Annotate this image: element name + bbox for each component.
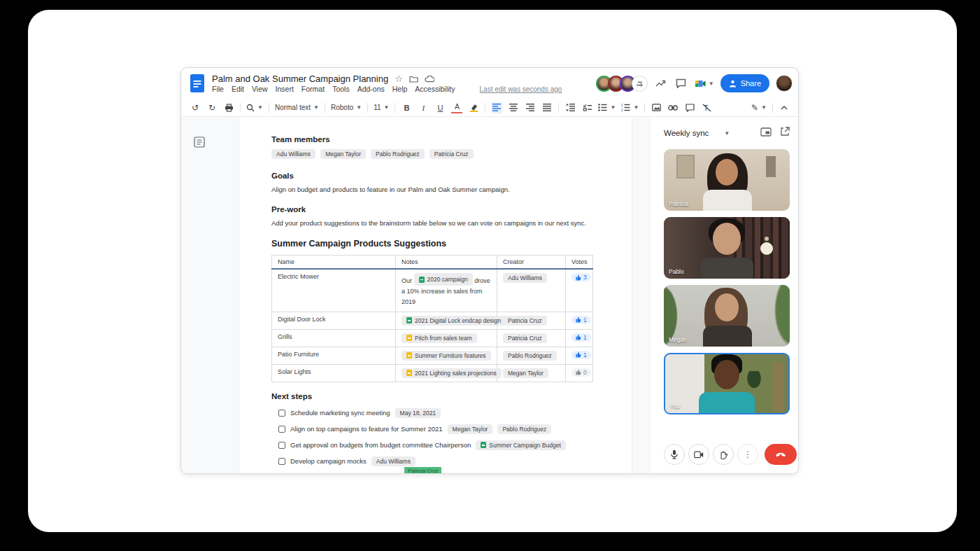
align-center-button[interactable] bbox=[508, 102, 519, 113]
participant-tile-pablo[interactable]: Pablo bbox=[664, 217, 790, 279]
vote-pill[interactable]: 0 bbox=[571, 368, 591, 377]
highlight-color-button[interactable] bbox=[468, 102, 479, 113]
meeting-title[interactable]: Weekly sync bbox=[664, 129, 709, 137]
clear-formatting-button[interactable]: T bbox=[701, 102, 712, 113]
menu-insert[interactable]: Insert bbox=[276, 85, 294, 93]
person-chip[interactable]: Patricia Cruz bbox=[503, 333, 547, 343]
sheets-file-chip[interactable]: 2020 campaign bbox=[414, 273, 473, 286]
collaborators-overflow-icon[interactable] bbox=[632, 76, 648, 92]
paragraph-style-dropdown[interactable]: Normal text▼ bbox=[275, 104, 319, 111]
person-chip[interactable]: Pablo Rodriguez bbox=[503, 351, 557, 361]
menu-file[interactable]: File bbox=[212, 85, 224, 93]
picture-in-picture-icon[interactable] bbox=[760, 127, 772, 139]
meet-dropdown-caret-icon[interactable]: ▼ bbox=[709, 81, 714, 87]
vote-pill[interactable]: 3 bbox=[571, 273, 591, 281]
hide-menus-button[interactable] bbox=[779, 102, 790, 113]
document-title[interactable]: Palm and Oak Summer Campaign Planning bbox=[212, 74, 388, 84]
align-right-button[interactable] bbox=[525, 102, 536, 113]
slides-file-chip[interactable]: Summer Furniture features bbox=[402, 351, 491, 361]
menu-format[interactable]: Format bbox=[301, 85, 325, 93]
vote-pill[interactable]: 1 bbox=[571, 333, 591, 342]
open-in-new-icon[interactable] bbox=[780, 127, 790, 139]
date-chip[interactable]: May 18, 2021 bbox=[395, 408, 441, 418]
move-folder-icon[interactable] bbox=[409, 75, 418, 83]
checkbox[interactable] bbox=[278, 410, 285, 417]
checkbox[interactable] bbox=[278, 442, 285, 449]
menu-accessibility[interactable]: Accessibility bbox=[415, 85, 455, 93]
participant-tile-patricia[interactable]: Patricia bbox=[664, 149, 790, 211]
collaborator-avatars[interactable] bbox=[596, 76, 648, 92]
menu-help[interactable]: Help bbox=[392, 85, 408, 93]
underline-button[interactable]: U bbox=[434, 102, 446, 113]
step-text: Develop campaign mocks bbox=[290, 457, 367, 465]
align-left-button[interactable] bbox=[491, 102, 502, 113]
sheets-file-chip[interactable]: 2021 Digital Lock endcap design bbox=[402, 316, 506, 326]
checklist-button[interactable] bbox=[581, 102, 592, 113]
checkbox[interactable] bbox=[278, 458, 285, 465]
meet-call-button[interactable]: ▼ bbox=[695, 78, 714, 89]
person-chip[interactable]: Patricia Cruz bbox=[429, 149, 474, 159]
bold-button[interactable]: B bbox=[401, 102, 412, 113]
vote-pill[interactable]: 1 bbox=[571, 351, 591, 359]
checklist-item: Create schedule for campaign rollout Pat… bbox=[278, 473, 592, 473]
activity-dashboard-icon[interactable] bbox=[654, 76, 668, 90]
more-options-button[interactable]: ⋮ bbox=[737, 444, 758, 465]
document-page[interactable]: Team members Adu Williams Megan Taylor P… bbox=[239, 117, 632, 473]
redo-icon[interactable]: ↻ bbox=[206, 102, 218, 113]
star-icon[interactable]: ☆ bbox=[395, 74, 403, 83]
add-comment-button[interactable] bbox=[684, 102, 695, 113]
meeting-dropdown-caret-icon[interactable]: ▼ bbox=[724, 130, 730, 137]
person-chip[interactable]: Adu Williams bbox=[371, 456, 416, 466]
editing-mode-dropdown[interactable]: ✎▼ bbox=[751, 104, 767, 112]
microphone-button[interactable] bbox=[664, 444, 685, 465]
insert-link-button[interactable] bbox=[667, 102, 679, 113]
person-chip[interactable]: Adu Williams bbox=[503, 273, 547, 283]
participant-tile-you[interactable]: You bbox=[664, 353, 790, 414]
undo-icon[interactable]: ↺ bbox=[190, 102, 201, 113]
cloud-status-icon[interactable] bbox=[425, 76, 434, 83]
person-chip[interactable]: Megan Taylor bbox=[448, 424, 493, 434]
account-avatar[interactable] bbox=[776, 75, 793, 92]
print-icon[interactable] bbox=[223, 102, 234, 113]
menu-edit[interactable]: Edit bbox=[232, 85, 244, 93]
person-chip[interactable]: Megan Taylor bbox=[320, 149, 366, 159]
text-color-button[interactable]: A bbox=[451, 102, 462, 113]
slides-file-chip[interactable]: 2021 Lighting sales projections bbox=[402, 368, 502, 378]
slides-icon bbox=[406, 335, 412, 341]
person-chip[interactable]: Adu Williams bbox=[271, 149, 315, 159]
camera-button[interactable] bbox=[688, 444, 709, 465]
checkbox[interactable] bbox=[278, 426, 285, 433]
insert-image-button[interactable] bbox=[651, 102, 662, 113]
sheets-file-chip[interactable]: Summer Campaign Budget bbox=[476, 440, 566, 450]
menu-addons[interactable]: Add-ons bbox=[357, 85, 385, 93]
person-chip[interactable]: Megan Taylor bbox=[503, 368, 548, 378]
docs-logo-icon[interactable] bbox=[190, 74, 205, 93]
font-family-dropdown[interactable]: Roboto▼ bbox=[331, 104, 362, 111]
comments-icon[interactable] bbox=[674, 76, 688, 90]
bulleted-list-button[interactable]: ▼ bbox=[598, 104, 616, 111]
vote-pill[interactable]: 1 bbox=[571, 316, 591, 324]
document-outline-icon[interactable] bbox=[194, 137, 205, 151]
phone-icon bbox=[775, 452, 786, 457]
menu-view[interactable]: View bbox=[252, 85, 268, 93]
italic-button[interactable]: I bbox=[418, 102, 429, 113]
zoom-control[interactable]: ▼ bbox=[246, 104, 263, 112]
table-row: Grills Pitch from sales team Patricia Cr… bbox=[272, 329, 593, 347]
menu-tools[interactable]: Tools bbox=[332, 85, 350, 93]
person-chip[interactable]: Pablo Rodriguez bbox=[371, 149, 425, 159]
justify-button[interactable] bbox=[541, 102, 553, 113]
end-call-button[interactable] bbox=[765, 444, 797, 465]
raise-hand-button[interactable] bbox=[713, 444, 734, 465]
font-size-dropdown[interactable]: 11▼ bbox=[374, 104, 389, 111]
toolbar: ↺ ↻ ▼ Normal text▼ Roboto▼ bbox=[181, 99, 798, 117]
person-chip[interactable]: Pablo Rodriguez bbox=[497, 424, 551, 434]
line-spacing-button[interactable] bbox=[564, 102, 576, 113]
last-edit-status[interactable]: Last edit was seconds ago bbox=[480, 85, 562, 93]
slides-file-chip[interactable]: Pitch from sales team bbox=[402, 333, 477, 343]
person-chip[interactable]: Patricia Cruz bbox=[503, 316, 547, 326]
participant-tile-megan[interactable]: Megan bbox=[664, 285, 790, 347]
cell-notes: Our 2020 campaign drove a 10% increase i… bbox=[396, 269, 497, 312]
titlebar: Palm and Oak Summer Campaign Planning ☆ bbox=[181, 68, 798, 99]
share-button[interactable]: Share bbox=[720, 74, 769, 92]
numbered-list-button[interactable]: 12 ▼ bbox=[621, 104, 639, 111]
